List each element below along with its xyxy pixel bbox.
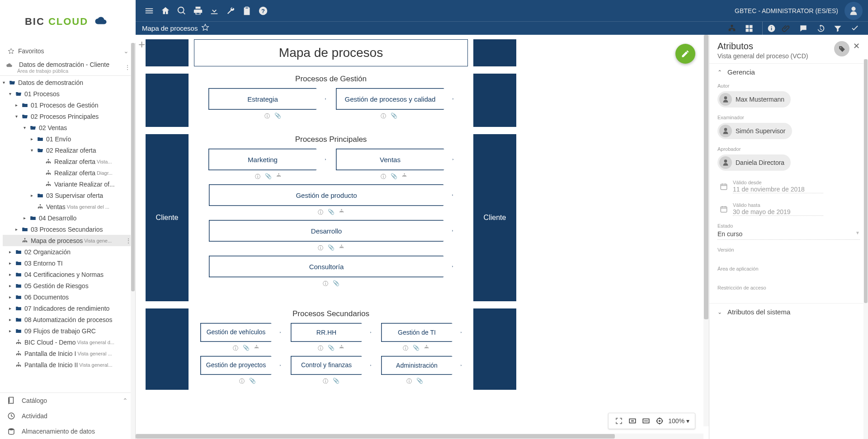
tools-icon[interactable] (222, 6, 239, 16)
storage-link[interactable]: Almacenamiento de datos (0, 424, 135, 439)
tree-node[interactable]: ▸02 Organización (3, 246, 132, 257)
tree-node[interactable]: ▸04 Desarrollo (3, 212, 132, 224)
cliente-right: Cliente (473, 134, 516, 301)
favorites-toggle[interactable]: Favoritos ⌄ (0, 43, 135, 59)
tree-node[interactable]: ▸03 Procesos Secundarios (3, 224, 132, 235)
section-gerencia-toggle[interactable]: ⌃Gerencia (709, 63, 868, 80)
info-mini-icon[interactable]: ⓘ (264, 112, 270, 120)
info-icon[interactable] (762, 22, 776, 35)
grid-view-icon[interactable] (742, 22, 756, 35)
tree-node[interactable]: ▾02 Realizar oferta (3, 145, 132, 156)
process-gpc[interactable]: Gestión de procesos y calidad (336, 88, 453, 110)
activity-link[interactable]: Actividad (0, 408, 135, 424)
tree-node[interactable]: ▸06 Documentos (3, 291, 132, 303)
tree-leaf[interactable]: VentasVista general del ... (3, 201, 132, 212)
tree-node[interactable]: ▸01 Envío (3, 133, 132, 145)
menu-icon[interactable] (141, 6, 157, 16)
tree-node[interactable]: ▾02 Ventas (3, 122, 132, 133)
person-icon (719, 125, 732, 137)
section-heading: Procesos Principales (194, 134, 468, 149)
tree-leaf[interactable]: BIC Cloud - DemoVista general d... (3, 336, 132, 348)
process-gestion-ti[interactable]: Gestión de TI (381, 323, 462, 342)
app-logo: BIC CLOUD (0, 0, 136, 43)
state-select[interactable]: En curso▼ (717, 229, 860, 240)
download-icon[interactable] (206, 6, 222, 16)
tree-leaf[interactable]: Variante Realizar of... (3, 178, 132, 190)
fullscreen-icon[interactable] (612, 417, 626, 425)
tree-leaf[interactable]: Pantalla de Inicio IVista general ... (3, 348, 132, 359)
avatar-button[interactable] (844, 2, 863, 20)
diagram-canvas[interactable]: + 100% ▾ Mapa de procesos Procesos de Ge… (136, 35, 709, 439)
approver-chip[interactable]: Daniela Directora (717, 154, 791, 171)
tree-node[interactable]: ▸05 Gestión de Riesgos (3, 280, 132, 291)
tree-leaf-selected[interactable]: Mapa de procesosVista gene...⋮ (3, 235, 132, 246)
favorite-star-icon[interactable] (201, 23, 209, 33)
examiner-chip[interactable]: Simón Supervisor (717, 123, 792, 139)
attributes-panel: Atributos Vista general del proceso (VCD… (709, 35, 868, 439)
more-icon[interactable]: ⋮ (124, 64, 131, 71)
history-icon[interactable] (814, 22, 827, 35)
process-gestion-vehiculos[interactable]: Gestión de vehículos (200, 323, 281, 342)
approve-icon[interactable] (848, 22, 862, 35)
catalog-toggle[interactable]: Catálogo⌃ (0, 393, 135, 408)
tree-node[interactable]: ▸01 Procesos de Gestión (3, 99, 132, 111)
field-label: Aprobador (717, 146, 860, 152)
zoom-level[interactable]: 100% ▾ (666, 417, 691, 425)
close-icon[interactable]: ✕ (853, 41, 860, 51)
process-ventas[interactable]: Ventas (336, 149, 453, 170)
author-chip[interactable]: Max Mustermann (717, 91, 791, 107)
home-icon[interactable] (157, 6, 174, 16)
tree-leaf[interactable]: Pantalla de Inicio IIVista general... (3, 359, 132, 370)
edit-fab[interactable] (675, 44, 695, 64)
panel-scrollbar[interactable] (863, 59, 868, 439)
center-icon[interactable] (653, 417, 666, 425)
print-icon[interactable] (190, 6, 206, 16)
tree-node[interactable]: ▾Datos de demostración (3, 77, 132, 88)
tree-node[interactable]: ▾02 Procesos Principales (3, 111, 132, 122)
canvas-vscrollbar[interactable] (703, 35, 709, 426)
process-gestion-producto[interactable]: Gestión de producto (209, 184, 453, 206)
zoom-toolbar: 100% ▾ (608, 413, 695, 429)
tree-leaf[interactable]: Realizar ofertaVista... (3, 156, 132, 167)
hierarchy-view-icon[interactable] (725, 22, 739, 35)
process-gestion-proyectos[interactable]: Gestión de proyectos (200, 356, 281, 375)
attach-mini-icon[interactable]: 📎 (274, 112, 281, 120)
fit-width-icon[interactable] (639, 417, 653, 425)
hierarchy-mini-icon[interactable] (276, 173, 281, 181)
tag-icon[interactable] (834, 41, 849, 56)
process-consultoria[interactable]: Consultoría (209, 256, 453, 277)
tree-node[interactable]: ▸07 Indicadores de rendimiento (3, 303, 132, 314)
process-desarrollo[interactable]: Desarrollo (209, 220, 453, 242)
tree-node[interactable]: ▸04 Certificaciones y Normas (3, 269, 132, 280)
section-sistema-toggle[interactable]: ⌄Atributos del sistema (709, 303, 868, 320)
tree-node[interactable]: ▸08 Automatización de procesos (3, 314, 132, 325)
process-rrhh[interactable]: RR.HH (291, 323, 371, 342)
origin-marker: + (138, 37, 145, 51)
tree-node[interactable]: ▸09 Flujos de trabajo GRC (3, 325, 132, 336)
process-control-finanzas[interactable]: Control y finanzas (291, 356, 371, 375)
attachment-icon[interactable] (779, 22, 793, 35)
tree-node[interactable]: ▸03 Entorno TI (3, 257, 132, 269)
filter-icon[interactable] (831, 22, 844, 35)
tree-leaf[interactable]: Realizar ofertaDiagr... (3, 167, 132, 178)
valid-from-field[interactable]: Válido desde 11 de noviembre de 2018 (717, 180, 860, 193)
valid-to-field[interactable]: Válido hasta 30 de mayo de 2019 (717, 202, 860, 216)
process-marketing[interactable]: Marketing (208, 149, 326, 170)
sidebar: Favoritos ⌄ Datos de demostración - Clie… (0, 43, 136, 439)
clipboard-icon[interactable] (239, 6, 255, 16)
tree-node[interactable]: ▸03 Supervisar oferta (3, 190, 132, 201)
workspace-header[interactable]: Datos de demostración - Cliente Área de … (0, 59, 135, 76)
sidebar-scrollbar[interactable] (131, 43, 135, 439)
canvas-hscrollbar[interactable] (136, 434, 703, 439)
search-icon[interactable] (174, 6, 190, 16)
info-mini-icon[interactable]: ⓘ (381, 112, 386, 120)
comments-icon[interactable] (797, 22, 810, 35)
attach-mini-icon[interactable]: 📎 (391, 112, 397, 120)
fit-page-icon[interactable] (626, 417, 639, 425)
process-administracion[interactable]: Administración (381, 356, 462, 375)
process-estrategia[interactable]: Estrategia (208, 88, 326, 110)
panel-subtitle: Vista general del proceso (VCD) (717, 52, 808, 60)
tree-node[interactable]: ▾01 Procesos (3, 88, 132, 99)
help-icon[interactable] (255, 6, 271, 16)
field-label: Versión (717, 247, 860, 252)
